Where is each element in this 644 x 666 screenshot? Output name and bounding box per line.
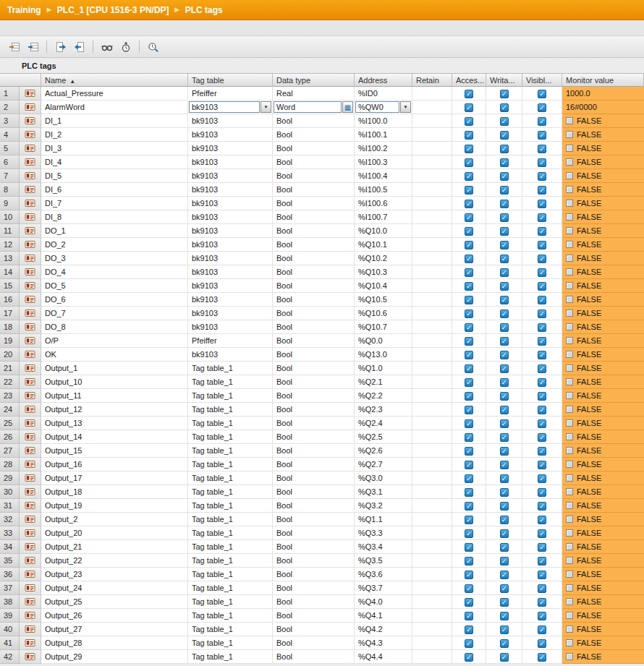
accessible-checkbox[interactable]: ✓ (452, 636, 486, 650)
accessible-checkbox[interactable]: ✓ (452, 650, 486, 664)
retain-checkbox[interactable] (412, 403, 452, 417)
visible-checkbox[interactable]: ✓ (522, 293, 562, 307)
tag-table-cell[interactable]: Tag table_1 (188, 526, 273, 540)
tag-table-cell[interactable]: Tag table_1 (188, 444, 273, 458)
accessible-checkbox[interactable]: ✓ (452, 87, 486, 101)
row-number[interactable]: 2 (0, 101, 20, 114)
tag-name-cell[interactable]: Output_25 (41, 595, 188, 609)
writable-checkbox[interactable]: ✓ (486, 513, 522, 526)
visible-checkbox[interactable]: ✓ (522, 128, 562, 142)
visible-checkbox[interactable]: ✓ (522, 540, 562, 554)
address-cell[interactable]: %Q3.7 (355, 581, 412, 595)
row-number[interactable]: 41 (0, 636, 20, 650)
visible-checkbox[interactable]: ✓ (522, 252, 562, 265)
retain-checkbox[interactable] (412, 444, 452, 458)
row-number[interactable]: 17 (0, 307, 20, 320)
data-type-cell[interactable]: Bool (273, 499, 355, 513)
visible-checkbox[interactable]: ✓ (522, 238, 562, 252)
accessible-checkbox[interactable]: ✓ (452, 265, 486, 279)
address-cell[interactable]: %Q2.5 (355, 430, 412, 444)
writable-checkbox[interactable]: ✓ (486, 417, 522, 430)
address-cell[interactable]: %Q10.1 (355, 238, 412, 252)
tag-table-cell[interactable]: Tag table_1 (188, 430, 273, 444)
visible-checkbox[interactable]: ✓ (522, 403, 562, 417)
row-number[interactable]: 14 (0, 265, 20, 279)
tag-table-cell[interactable]: Tag table_1 (188, 458, 273, 471)
address-cell[interactable]: %Q10.4 (355, 279, 412, 293)
data-type-cell[interactable]: Bool (273, 526, 355, 540)
visible-checkbox[interactable]: ✓ (522, 142, 562, 155)
tag-name-cell[interactable]: Output_24 (41, 581, 188, 595)
address-cell[interactable]: %I100.7 (355, 210, 412, 224)
row-number[interactable]: 31 (0, 499, 20, 513)
address-cell[interactable]: %Q4.0 (355, 595, 412, 609)
retain-checkbox[interactable] (412, 568, 452, 581)
retain-checkbox[interactable] (412, 581, 452, 595)
visible-checkbox[interactable]: ✓ (522, 609, 562, 623)
row-number[interactable]: 24 (0, 403, 20, 417)
tag-table-cell[interactable]: bk9103▼ (188, 101, 273, 114)
writable-checkbox[interactable]: ✓ (486, 581, 522, 595)
tag-name-cell[interactable]: O/P (41, 334, 188, 348)
writable-checkbox[interactable]: ✓ (486, 609, 522, 623)
accessible-checkbox[interactable]: ✓ (452, 307, 486, 320)
data-type-cell[interactable]: Bool (273, 348, 355, 362)
tag-name-cell[interactable]: Output_20 (41, 526, 188, 540)
address-cell[interactable]: %Q10.0 (355, 224, 412, 238)
retain-checkbox[interactable] (412, 554, 452, 568)
accessible-checkbox[interactable]: ✓ (452, 128, 486, 142)
accessible-checkbox[interactable]: ✓ (452, 197, 486, 210)
accessible-checkbox[interactable]: ✓ (452, 155, 486, 169)
tag-name-cell[interactable]: Output_1 (41, 362, 188, 375)
data-type-cell[interactable]: Bool (273, 320, 355, 334)
row-number[interactable]: 25 (0, 417, 20, 430)
row-number[interactable]: 19 (0, 334, 20, 348)
tag-name-cell[interactable]: DO_6 (41, 293, 188, 307)
row-number[interactable]: 42 (0, 650, 20, 664)
visible-checkbox[interactable]: ✓ (522, 417, 562, 430)
tag-name-cell[interactable]: DI_8 (41, 210, 188, 224)
snapshot-icon[interactable] (117, 39, 134, 55)
retain-checkbox[interactable] (412, 334, 452, 348)
tag-table-cell[interactable]: Tag table_1 (188, 499, 273, 513)
tag-table-cell[interactable]: bk9103 (188, 265, 273, 279)
data-type-cell[interactable]: Bool (273, 265, 355, 279)
accessible-checkbox[interactable]: ✓ (452, 114, 486, 128)
data-type-cell[interactable]: Bool (273, 334, 355, 348)
visible-checkbox[interactable]: ✓ (522, 169, 562, 183)
column-header-monitor-value[interactable]: Monitor value (562, 73, 644, 87)
tag-name-cell[interactable]: DO_1 (41, 224, 188, 238)
address-cell[interactable]: %QW0▼ (355, 101, 412, 114)
writable-checkbox[interactable]: ✓ (486, 128, 522, 142)
row-number[interactable]: 28 (0, 458, 20, 471)
accessible-checkbox[interactable]: ✓ (452, 568, 486, 581)
row-number[interactable]: 21 (0, 362, 20, 375)
data-type-cell[interactable]: Bool (273, 513, 355, 526)
address-cell[interactable]: %Q3.0 (355, 471, 412, 485)
data-type-cell[interactable]: Bool (273, 554, 355, 568)
accessible-checkbox[interactable]: ✓ (452, 210, 486, 224)
tag-table-cell[interactable]: Tag table_1 (188, 403, 273, 417)
retain-checkbox[interactable] (412, 320, 452, 334)
tag-table-cell[interactable]: Tag table_1 (188, 513, 273, 526)
row-number[interactable]: 39 (0, 609, 20, 623)
visible-checkbox[interactable]: ✓ (522, 210, 562, 224)
visible-checkbox[interactable]: ✓ (522, 265, 562, 279)
tag-table-cell[interactable]: bk9103 (188, 293, 273, 307)
tag-table-cell[interactable]: Tag table_1 (188, 389, 273, 403)
tag-name-cell[interactable]: DO_5 (41, 279, 188, 293)
row-number[interactable]: 36 (0, 568, 20, 581)
accessible-checkbox[interactable]: ✓ (452, 252, 486, 265)
data-type-cell[interactable]: Bool (273, 155, 355, 169)
address-cell[interactable]: %Q10.2 (355, 252, 412, 265)
tag-name-cell[interactable]: Output_17 (41, 471, 188, 485)
retain-checkbox[interactable] (412, 265, 452, 279)
tag-name-cell[interactable]: Output_19 (41, 499, 188, 513)
tag-table-cell[interactable]: Pfeiffer (188, 334, 273, 348)
writable-checkbox[interactable]: ✓ (486, 252, 522, 265)
writable-checkbox[interactable]: ✓ (486, 320, 522, 334)
data-type-cell[interactable]: Bool (273, 238, 355, 252)
address-cell-input[interactable]: %QW0 (355, 101, 399, 113)
tag-name-cell[interactable]: Output_21 (41, 540, 188, 554)
tag-table-cell[interactable]: bk9103 (188, 307, 273, 320)
